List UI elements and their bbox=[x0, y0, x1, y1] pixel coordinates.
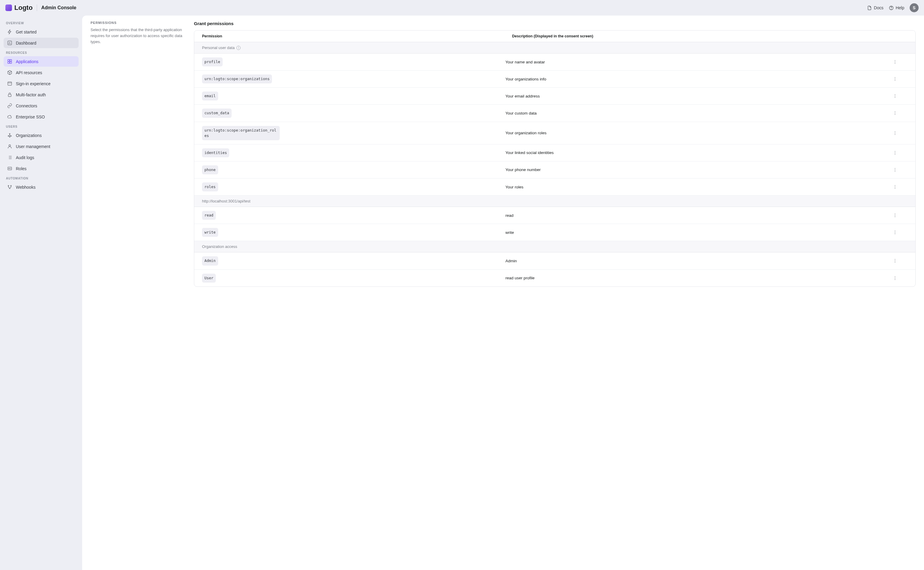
help-icon bbox=[889, 5, 894, 11]
permissions-description: Select the permissions that the third-pa… bbox=[90, 27, 183, 45]
permission-row: write write bbox=[194, 224, 915, 241]
more-button[interactable] bbox=[891, 257, 899, 265]
permission-description-cell: Your name and avatar bbox=[506, 60, 891, 64]
sidebar-item-webhooks[interactable]: Webhooks bbox=[4, 182, 79, 192]
permission-actions-cell bbox=[891, 274, 907, 282]
permission-scope-cell: Admin bbox=[202, 256, 506, 265]
permission-scope-cell: email bbox=[202, 92, 506, 101]
sidebar-item-get-started[interactable]: Get started bbox=[4, 27, 79, 37]
permission-actions-cell bbox=[891, 228, 907, 236]
more-button[interactable] bbox=[891, 228, 899, 236]
cloud-icon bbox=[7, 114, 12, 120]
sidebar-item-api-resources[interactable]: API resources bbox=[4, 67, 79, 78]
permission-scope-chip: identities bbox=[202, 148, 229, 157]
permission-description-cell: Your phone number bbox=[506, 167, 891, 172]
more-vertical-icon bbox=[893, 184, 897, 189]
grid-icon bbox=[7, 59, 12, 64]
more-vertical-icon bbox=[893, 150, 897, 155]
more-button[interactable] bbox=[891, 183, 899, 191]
permission-row: identities Your linked social identities bbox=[194, 144, 915, 161]
permission-row: read read bbox=[194, 207, 915, 224]
sidebar-item-roles[interactable]: Roles bbox=[4, 163, 79, 174]
docs-label: Docs bbox=[874, 5, 883, 10]
permission-scope-cell: urn:logto:scope:organization_roles bbox=[202, 126, 506, 140]
sidebar-item-dashboard[interactable]: Dashboard bbox=[4, 38, 79, 48]
sidebar-item-enterprise-sso[interactable]: Enterprise SSO bbox=[4, 112, 79, 122]
permission-scope-chip: email bbox=[202, 92, 218, 101]
sidebar-item-organizations[interactable]: Organizations bbox=[4, 130, 79, 141]
permission-scope-cell: User bbox=[202, 274, 506, 283]
list-icon bbox=[7, 155, 12, 160]
more-button[interactable] bbox=[891, 274, 899, 282]
more-button[interactable] bbox=[891, 109, 899, 117]
sidebar-item-label: Connectors bbox=[16, 103, 37, 108]
permission-scope-chip: User bbox=[202, 274, 216, 283]
help-link[interactable]: Help bbox=[889, 5, 904, 11]
permission-description-cell: Your email address bbox=[506, 94, 891, 98]
more-button[interactable] bbox=[891, 75, 899, 83]
sidebar-item-connectors[interactable]: Connectors bbox=[4, 101, 79, 111]
permission-group-label: Organization access bbox=[202, 244, 237, 249]
sidebar-item-audit-logs[interactable]: Audit logs bbox=[4, 152, 79, 163]
sidebar-section-label: Overview bbox=[4, 19, 79, 27]
doc-icon bbox=[867, 5, 872, 11]
permission-description-cell: read bbox=[506, 213, 891, 218]
more-button[interactable] bbox=[891, 58, 899, 66]
permission-scope-cell: identities bbox=[202, 148, 506, 157]
brand-logo[interactable]: Logto bbox=[5, 4, 32, 12]
sidebar-item-user-management[interactable]: User management bbox=[4, 141, 79, 152]
permission-scope-cell: urn:logto:scope:organizations bbox=[202, 75, 506, 83]
sidebar-item-label: Applications bbox=[16, 59, 38, 64]
permission-actions-cell bbox=[891, 58, 907, 66]
more-vertical-icon bbox=[893, 131, 897, 135]
lock-icon bbox=[7, 92, 12, 97]
sidebar-section-label: Resources bbox=[4, 49, 79, 56]
sidebar-item-applications[interactable]: Applications bbox=[4, 56, 79, 67]
sidebar-item-multi-factor-auth[interactable]: Multi-factor auth bbox=[4, 89, 79, 100]
more-button[interactable] bbox=[891, 129, 899, 137]
permission-scope-cell: custom_data bbox=[202, 109, 506, 118]
permission-row: email Your email address bbox=[194, 87, 915, 105]
more-vertical-icon bbox=[893, 77, 897, 81]
brand-mark-icon bbox=[5, 5, 12, 11]
docs-link[interactable]: Docs bbox=[867, 5, 883, 11]
permission-group-header: http://localhost:3001/api/test bbox=[194, 196, 915, 207]
permission-group-label: http://localhost:3001/api/test bbox=[202, 199, 250, 203]
permission-scope-cell: write bbox=[202, 228, 506, 237]
sidebar-item-label: Roles bbox=[16, 166, 27, 171]
permission-actions-cell bbox=[891, 92, 907, 100]
permissions-table-header: Permission Description (Displayed in the… bbox=[194, 31, 915, 42]
permission-actions-cell bbox=[891, 75, 907, 83]
permission-scope-chip: urn:logto:scope:organizations bbox=[202, 75, 272, 83]
sidebar-item-label: Multi-factor auth bbox=[16, 92, 46, 97]
col-header-description: Description (Displayed in the consent sc… bbox=[504, 31, 899, 42]
grant-permissions-title: Grant permissions bbox=[194, 21, 916, 26]
bolt-icon bbox=[7, 29, 12, 34]
info-icon[interactable]: i bbox=[237, 46, 241, 50]
permission-row: urn:logto:scope:organizations Your organ… bbox=[194, 70, 915, 87]
sidebar-item-label: Organizations bbox=[16, 133, 41, 138]
more-vertical-icon bbox=[893, 213, 897, 218]
permission-description-cell: read user profile bbox=[506, 276, 891, 280]
more-vertical-icon bbox=[893, 167, 897, 172]
permission-description-cell: Your custom data bbox=[506, 111, 891, 115]
more-button[interactable] bbox=[891, 92, 899, 100]
more-button[interactable] bbox=[891, 211, 899, 219]
permission-description-cell: Admin bbox=[506, 259, 891, 263]
permission-description-cell: Your linked social identities bbox=[506, 150, 891, 155]
permission-scope-chip: read bbox=[202, 211, 216, 220]
more-button[interactable] bbox=[891, 149, 899, 157]
permission-actions-cell bbox=[891, 211, 907, 219]
sidebar-item-label: API resources bbox=[16, 70, 42, 75]
permission-actions-cell bbox=[891, 257, 907, 265]
topbar: Logto Admin Console Docs Help S bbox=[0, 0, 924, 15]
user-icon bbox=[7, 144, 12, 149]
window-icon bbox=[7, 81, 12, 86]
permission-scope-cell: roles bbox=[202, 182, 506, 192]
permission-row: custom_data Your custom data bbox=[194, 105, 915, 122]
sidebar-item-sign-in-experience[interactable]: Sign-in experience bbox=[4, 78, 79, 89]
avatar[interactable]: S bbox=[910, 3, 919, 12]
more-vertical-icon bbox=[893, 111, 897, 115]
more-button[interactable] bbox=[891, 165, 899, 174]
permission-group-header: Personal user datai bbox=[194, 42, 915, 54]
